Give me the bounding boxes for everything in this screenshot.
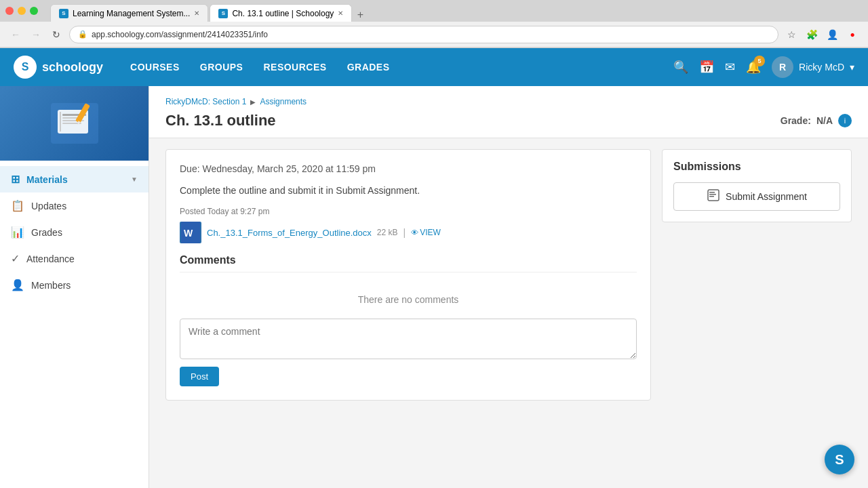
updates-icon: 📋: [11, 199, 24, 212]
sidebar-item-label-attendance: Attendance: [26, 253, 75, 264]
grade-area: Grade: N/A i: [781, 114, 852, 127]
due-date: Due: Wednesday, March 25, 2020 at 11:59 …: [180, 163, 637, 174]
page-title: Ch. 13.1 outline: [165, 112, 276, 129]
grade-label: Grade:: [781, 115, 811, 126]
header-actions: 🔍 📅 ✉ 🔔 5 R Ricky McD ▾: [673, 56, 854, 78]
page-header: RickyDMcD: Section 1 ▶ Assignments Ch. 1…: [149, 86, 868, 138]
submit-icon-svg: [707, 188, 720, 202]
comment-input[interactable]: [180, 319, 637, 359]
lock-icon: 🔒: [78, 30, 87, 39]
post-button[interactable]: Post: [180, 367, 219, 386]
sidebar-nav: ⊞ Materials ▼ 📋 Updates 📊 Grades ✓ Atten…: [0, 161, 149, 304]
nav-groups[interactable]: GROUPS: [200, 59, 243, 75]
search-icon[interactable]: 🔍: [673, 60, 688, 75]
submissions-title: Submissions: [673, 161, 840, 173]
calendar-icon[interactable]: 📅: [699, 60, 714, 75]
tab-favicon-2: S: [218, 9, 228, 18]
logo-icon: S: [14, 56, 37, 79]
assignment-body: Due: Wednesday, March 25, 2020 at 11:59 …: [149, 138, 868, 411]
browser-titlebar: S Learning Management System... ✕ S Ch. …: [0, 0, 868, 22]
profile-icon[interactable]: 👤: [825, 27, 840, 42]
breadcrumb-parent[interactable]: RickyDMcD: Section 1: [165, 97, 246, 106]
word-doc-svg: W: [181, 222, 200, 243]
browser-tab-1[interactable]: S Learning Management System... ✕: [50, 4, 208, 22]
minimize-dot[interactable]: [18, 7, 26, 15]
bookmark-icon[interactable]: ☆: [784, 27, 799, 42]
course-book-svg: [47, 96, 102, 150]
user-name: Ricky McD: [799, 62, 844, 73]
main-layout: ⊞ Materials ▼ 📋 Updates 📊 Grades ✓ Atten…: [0, 86, 868, 488]
svg-rect-12: [709, 192, 715, 193]
browser-chrome: S Learning Management System... ✕ S Ch. …: [0, 0, 868, 48]
sidebar-item-updates[interactable]: 📋 Updates: [0, 192, 149, 219]
comments-title: Comments: [180, 254, 637, 272]
members-icon: 👤: [11, 279, 24, 291]
floating-avatar-letter: S: [835, 452, 844, 468]
user-dropdown-icon[interactable]: ▾: [850, 62, 854, 73]
course-image: [0, 86, 149, 161]
submit-assignment-label: Submit Assignment: [726, 191, 807, 202]
sidebar-item-members[interactable]: 👤 Members: [0, 272, 149, 298]
submit-assignment-button[interactable]: Submit Assignment: [673, 182, 840, 211]
attachment-link[interactable]: Ch._13.1_Forms_of_Energy_Outline.docx: [207, 228, 372, 238]
tab-close-1[interactable]: ✕: [194, 9, 199, 17]
tab-close-2[interactable]: ✕: [338, 9, 343, 17]
sidebar-item-materials[interactable]: ⊞ Materials ▼: [0, 166, 149, 192]
view-link[interactable]: 👁 VIEW: [411, 228, 441, 237]
browser-dots: [5, 7, 38, 15]
toolbar-icons: ☆ 🧩 👤 ●: [784, 27, 860, 42]
refresh-button[interactable]: ↻: [49, 27, 64, 42]
browser-tabs: S Learning Management System... ✕ S Ch. …: [50, 0, 367, 22]
sidebar-item-grades[interactable]: 📊 Grades: [0, 219, 149, 245]
forward-button[interactable]: →: [28, 27, 43, 42]
mail-icon[interactable]: ✉: [725, 60, 735, 75]
course-img-placeholder: [0, 86, 149, 161]
breadcrumb-current[interactable]: Assignments: [260, 97, 307, 106]
tab-label-2: Ch. 13.1 outline | Schoology: [232, 9, 334, 18]
browser-tab-2[interactable]: S Ch. 13.1 outline | Schoology ✕: [210, 4, 352, 22]
extension-icon[interactable]: 🧩: [804, 27, 819, 42]
sidebar-item-label-members: Members: [31, 280, 71, 291]
nav-grades[interactable]: GRADES: [347, 59, 390, 75]
no-comments-text: There are no comments: [180, 281, 637, 319]
svg-text:W: W: [184, 228, 193, 239]
floating-avatar[interactable]: S: [825, 445, 854, 474]
nav-courses[interactable]: COURSES: [130, 59, 180, 75]
user-info[interactable]: R Ricky McD ▾: [772, 56, 854, 78]
browser-toolbar: ← → ↻ 🔒 app.schoology.com/assignment/241…: [0, 22, 868, 47]
sidebar-item-attendance[interactable]: ✓ Attendance: [0, 245, 149, 272]
submissions-box: Submissions Submit Assignment: [662, 149, 852, 222]
posted-info: Posted Today at 9:27 pm: [180, 207, 637, 216]
sidebar-item-label-materials: Materials: [26, 174, 68, 185]
assignment-description: Complete the outline and submit it in Su…: [180, 185, 637, 196]
notification-icon[interactable]: 🔔 5: [746, 60, 761, 75]
attachment: W Ch._13.1_Forms_of_Energy_Outline.docx …: [180, 222, 637, 243]
user-avatar-letter: R: [779, 62, 786, 73]
breadcrumb: RickyDMcD: Section 1 ▶ Assignments: [165, 97, 852, 106]
tab-label-1: Learning Management System...: [73, 9, 190, 18]
pipe-separator: |: [403, 227, 406, 238]
logo[interactable]: S schoology: [14, 56, 103, 79]
main-nav: COURSES GROUPS RESOURCES GRADES: [130, 59, 646, 75]
svg-rect-11: [708, 190, 719, 201]
page-title-row: Ch. 13.1 outline Grade: N/A i: [165, 112, 852, 138]
address-bar[interactable]: 🔒 app.schoology.com/assignment/241402335…: [69, 26, 778, 43]
close-dot[interactable]: [5, 7, 14, 15]
maximize-dot[interactable]: [30, 7, 38, 15]
new-tab-button[interactable]: +: [353, 8, 367, 22]
view-label: VIEW: [420, 228, 441, 237]
nav-resources[interactable]: RESOURCES: [263, 59, 326, 75]
user-avatar: R: [772, 56, 793, 78]
assignment-main: Due: Wednesday, March 25, 2020 at 11:59 …: [165, 149, 651, 401]
materials-arrow-icon: ▼: [131, 176, 138, 183]
sidebar-item-label-updates: Updates: [31, 201, 66, 211]
sidebar: ⊞ Materials ▼ 📋 Updates 📊 Grades ✓ Atten…: [0, 86, 149, 488]
eye-icon: 👁: [411, 228, 418, 237]
logo-text: schoology: [42, 60, 103, 75]
submissions-sidebar: Submissions Submit Assignment: [662, 149, 852, 401]
back-button[interactable]: ←: [8, 27, 23, 42]
app-header: S schoology COURSES GROUPS RESOURCES GRA…: [0, 48, 868, 86]
grade-info-icon[interactable]: i: [838, 114, 852, 127]
menu-icon[interactable]: ●: [845, 27, 860, 42]
doc-icon: W: [180, 222, 201, 243]
